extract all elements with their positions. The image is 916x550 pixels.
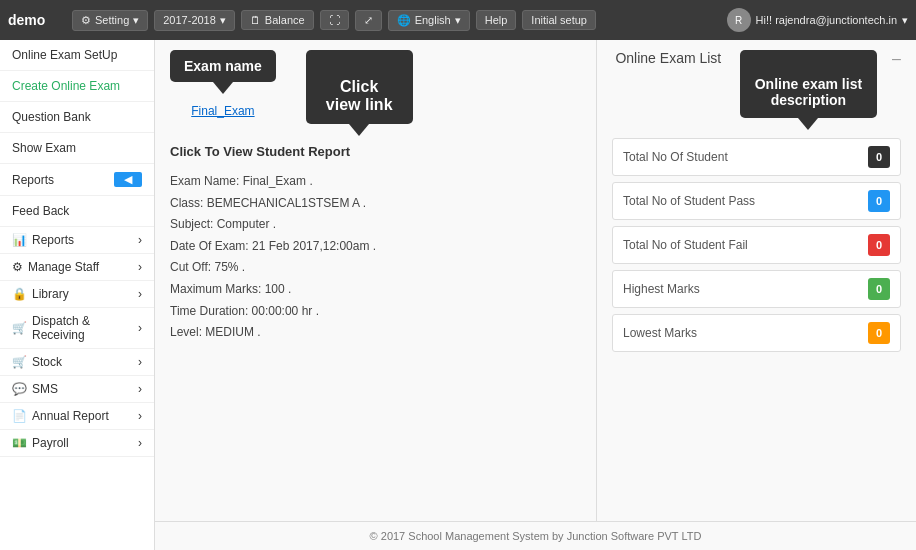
balance-button[interactable]: 🗒 Balance [241,10,314,30]
fullscreen-button[interactable]: ⛶ [320,10,349,30]
online-exam-list-callout: Online Exam List Online exam list descri… [612,50,901,130]
callout-arrow-down2-icon [349,124,369,136]
initial-setup-button[interactable]: Initial setup [522,10,596,30]
year-selector-button[interactable]: 2017-2018 ▾ [154,10,235,31]
stat-badge-3: 0 [868,278,890,300]
level-detail: Level: MEDIUM . [170,322,581,344]
chevron-right-icon: › [138,287,142,301]
chevron-down-icon: ▾ [902,14,908,27]
sidebar-item-create-online-exam[interactable]: Create Online Exam [0,71,154,102]
subject-detail: Subject: Computer . [170,214,581,236]
stat-badge-4: 0 [868,322,890,344]
time-duration-detail: Time Duration: 00:00:00 hr . [170,301,581,323]
callout-arrow-down-icon [213,82,233,94]
fullscreen-icon: ⛶ [329,14,340,26]
exam-name-callout: Exam name Final_Exam [170,50,276,118]
avatar: R [727,8,751,32]
sidebar-item-online-exam-setup[interactable]: Online Exam SetUp [0,40,154,71]
callout-arrow-down3-icon [798,118,818,130]
stat-label-0: Total No Of Student [623,150,728,164]
language-button[interactable]: 🌐 English ▾ [388,10,470,31]
chevron-right-icon: › [138,436,142,450]
chevron-down-icon: ▾ [455,14,461,27]
stat-row-lowest-marks: Lowest Marks 0 [612,314,901,352]
manage-staff-icon: ⚙ [12,260,23,274]
exam-details: Exam Name: Final_Exam . Class: BEMECHANI… [170,171,581,344]
annual-report-icon: 📄 [12,409,27,423]
chevron-right-icon: › [138,321,142,335]
collapse-icon[interactable]: – [892,50,901,68]
stat-badge-2: 0 [868,234,890,256]
footer: © 2017 School Management System by Junct… [155,521,916,550]
stat-label-1: Total No of Student Pass [623,194,755,208]
chevron-right-icon: › [138,409,142,423]
flag-icon: 🌐 [397,14,411,27]
layout: Online Exam SetUp Create Online Exam Que… [0,40,916,550]
stat-label-4: Lowest Marks [623,326,697,340]
right-panel: Online Exam List Online exam list descri… [596,40,916,521]
sidebar-group-stock[interactable]: 🛒 Stock › [0,349,154,376]
main-area: Exam name Final_Exam Click view link [155,40,916,550]
click-view-callout-box: Click view link [306,50,413,124]
sidebar-group-payroll[interactable]: 💵 Payroll › [0,430,154,457]
payroll-icon: 💵 [12,436,27,450]
class-detail: Class: BEMECHANICAL1STSEM A . [170,193,581,215]
report-section-title: Click To View Student Report [170,144,581,159]
sidebar-item-reports[interactable]: Reports ◀ [0,164,154,196]
brand-logo: demo [8,12,58,28]
maximum-marks-detail: Maximum Marks: 100 . [170,279,581,301]
sidebar: Online Exam SetUp Create Online Exam Que… [0,40,155,550]
stat-row-students-pass: Total No of Student Pass 0 [612,182,901,220]
sidebar-label: Online Exam SetUp [12,48,117,62]
stat-badge-0: 0 [868,146,890,168]
click-view-callout: Click view link [306,50,413,136]
sidebar-label: Question Bank [12,110,91,124]
right-panel-title: Online Exam List [612,50,725,66]
sidebar-group-sms[interactable]: 💬 SMS › [0,376,154,403]
sidebar-label: Feed Back [12,204,69,218]
stats-list: Total No Of Student 0 Total No of Studen… [612,138,901,352]
stat-row-students-fail: Total No of Student Fail 0 [612,226,901,264]
sidebar-group-dispatch[interactable]: 🛒 Dispatch & Receiving › [0,308,154,349]
navbar: demo ⚙ Setting ▾ 2017-2018 ▾ 🗒 Balance ⛶… [0,0,916,40]
sidebar-label: Create Online Exam [12,79,120,93]
chevron-down-icon: ▾ [220,14,226,27]
stock-icon: 🛒 [12,355,27,369]
chevron-right-icon: › [138,382,142,396]
sidebar-label: Reports [12,173,54,187]
sidebar-item-show-exam[interactable]: Show Exam [0,133,154,164]
stat-row-highest-marks: Highest Marks 0 [612,270,901,308]
expand-icon: ⤢ [364,14,373,27]
dispatch-icon: 🛒 [12,321,27,335]
blue-arrow-icon: ◀ [114,172,142,187]
setting-button[interactable]: ⚙ Setting ▾ [72,10,148,31]
sidebar-group-reports[interactable]: 📊 Reports › [0,227,154,254]
online-exam-list-desc-callout: Online exam list description [740,50,877,118]
exam-link[interactable]: Final_Exam [191,104,254,118]
stat-label-3: Highest Marks [623,282,700,296]
cut-off-detail: Cut Off: 75% . [170,257,581,279]
content-area: Exam name Final_Exam Click view link [155,40,916,521]
sidebar-group-manage-staff[interactable]: ⚙ Manage Staff › [0,254,154,281]
sidebar-item-question-bank[interactable]: Question Bank [0,102,154,133]
gear-icon: ⚙ [81,14,91,27]
library-icon: 🔒 [12,287,27,301]
exam-name-callout-box: Exam name [170,50,276,82]
date-of-exam-detail: Date Of Exam: 21 Feb 2017,12:00am . [170,236,581,258]
chevron-down-icon: ▾ [133,14,139,27]
user-info: R Hi!! rajendra@junctiontech.in ▾ [727,8,908,32]
footer-text: © 2017 School Management System by Junct… [370,530,702,542]
chevron-right-icon: › [138,355,142,369]
stat-badge-1: 0 [868,190,890,212]
balance-icon: 🗒 [250,14,261,26]
sidebar-label: Show Exam [12,141,76,155]
sidebar-group-library[interactable]: 🔒 Library › [0,281,154,308]
chevron-right-icon: › [138,233,142,247]
reports-icon: 📊 [12,233,27,247]
sms-icon: 💬 [12,382,27,396]
expand-button[interactable]: ⤢ [355,10,382,31]
stat-label-2: Total No of Student Fail [623,238,748,252]
sidebar-item-feedback[interactable]: Feed Back [0,196,154,227]
help-button[interactable]: Help [476,10,517,30]
sidebar-group-annual-report[interactable]: 📄 Annual Report › [0,403,154,430]
